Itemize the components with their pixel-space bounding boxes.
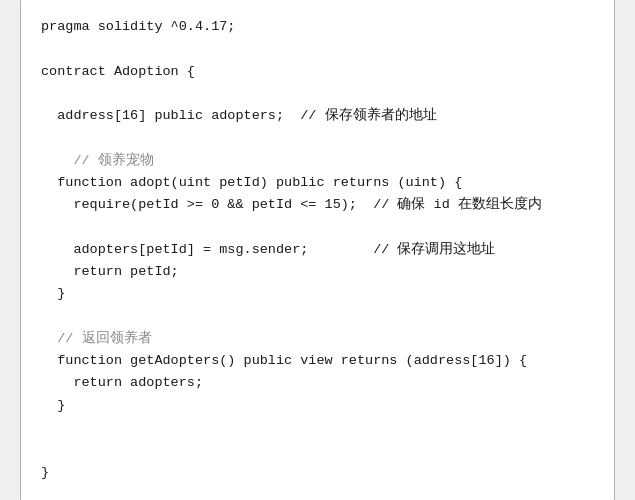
code-block: pragma solidity ^0.4.17; contract Adopti…: [41, 16, 594, 484]
code-line: }: [41, 398, 65, 413]
code-line: }: [41, 465, 49, 480]
code-line: pragma solidity ^0.4.17;: [41, 19, 235, 34]
code-line: function getAdopters() public view retur…: [41, 353, 527, 368]
code-line: // 领养宠物: [41, 153, 154, 168]
code-line: }: [41, 286, 65, 301]
code-line: address[16] public adopters; // 保存领养者的地址: [41, 108, 437, 123]
code-line: return adopters;: [41, 375, 203, 390]
code-line: require(petId >= 0 && petId <= 15); // 确…: [41, 197, 542, 212]
code-container: pragma solidity ^0.4.17; contract Adopti…: [20, 0, 615, 500]
code-line: // 返回领养者: [41, 331, 152, 346]
code-line: adopters[petId] = msg.sender; // 保存调用这地址: [41, 242, 495, 257]
code-line: return petId;: [41, 264, 179, 279]
code-line: function adopt(uint petId) public return…: [41, 175, 462, 190]
code-line: contract Adoption {: [41, 64, 195, 79]
